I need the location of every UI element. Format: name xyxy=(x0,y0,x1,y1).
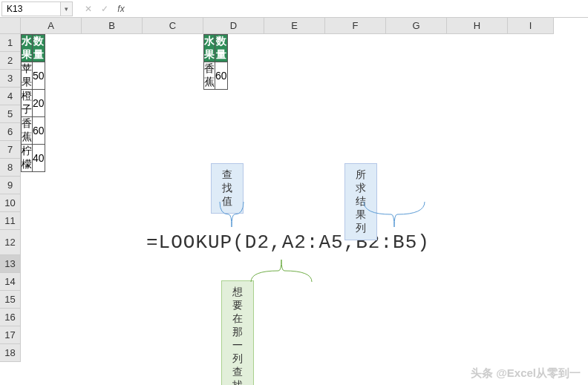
column-header-B[interactable]: B xyxy=(82,18,143,34)
table2-cell[interactable]: 60 xyxy=(215,62,228,90)
table1-cell[interactable]: 柠檬 xyxy=(22,145,33,172)
row-header-6[interactable]: 6 xyxy=(0,123,21,141)
fx-icon[interactable]: fx xyxy=(113,1,129,16)
row-header-9[interactable]: 9 xyxy=(0,177,21,194)
brace-result-col xyxy=(361,199,428,230)
fruit-table-lookup: 水果数量香蕉60 xyxy=(203,34,228,90)
callout-search-col: 想要在那一列查找 xyxy=(221,280,254,385)
row-header-4[interactable]: 4 xyxy=(0,88,21,105)
row-header-11[interactable]: 11 xyxy=(0,212,21,230)
table1-cell[interactable]: 苹果 xyxy=(22,62,33,90)
column-headers: ABCDEFGHI xyxy=(21,18,554,34)
row-header-13[interactable]: 13 xyxy=(0,255,21,273)
table1-cell[interactable]: 60 xyxy=(33,117,45,145)
column-header-F[interactable]: F xyxy=(325,18,386,34)
column-header-D[interactable]: D xyxy=(203,18,264,34)
formula-display-text: =LOOKUP(D2,A2:A5,B2:B5) xyxy=(146,231,430,254)
table1-header: 水果 xyxy=(22,35,33,62)
column-header-H[interactable]: H xyxy=(447,18,508,34)
row-header-17[interactable]: 17 xyxy=(0,326,21,344)
table2-header: 水果 xyxy=(204,35,215,62)
table1-cell[interactable]: 20 xyxy=(33,90,45,117)
watermark: 头条 @Excel从零到一 xyxy=(471,366,581,381)
table1-cell[interactable]: 香蕉 xyxy=(22,117,33,145)
fruit-table-main: 水果数量苹果50橙子20香蕉60柠檬40 xyxy=(21,34,45,172)
confirm-icon[interactable]: ✓ xyxy=(97,1,113,16)
row-header-12[interactable]: 12 xyxy=(0,230,21,255)
table2-header: 数量 xyxy=(215,35,228,62)
name-box[interactable] xyxy=(1,1,61,16)
table1-cell[interactable]: 50 xyxy=(33,62,45,90)
column-header-G[interactable]: G xyxy=(386,18,447,34)
table1-cell[interactable]: 40 xyxy=(33,145,45,172)
select-all-corner[interactable] xyxy=(0,18,21,34)
row-header-1[interactable]: 1 xyxy=(0,34,21,52)
row-header-2[interactable]: 2 xyxy=(0,52,21,70)
spreadsheet-grid: ABCDEFGHI 123456789101112131415161718 水果… xyxy=(0,18,588,34)
column-header-I[interactable]: I xyxy=(508,18,554,34)
name-box-dropdown[interactable]: ▾ xyxy=(61,1,73,16)
table2-cell[interactable]: 香蕉 xyxy=(204,62,215,90)
chevron-down-icon: ▾ xyxy=(65,5,68,13)
row-header-3[interactable]: 3 xyxy=(0,70,21,88)
column-header-A[interactable]: A xyxy=(21,18,82,34)
column-header-C[interactable]: C xyxy=(143,18,203,34)
table1-cell[interactable]: 橙子 xyxy=(22,90,33,117)
row-header-7[interactable]: 7 xyxy=(0,141,21,159)
row-header-8[interactable]: 8 xyxy=(0,159,21,177)
cancel-icon[interactable]: ✕ xyxy=(80,1,97,16)
row-header-10[interactable]: 10 xyxy=(0,194,21,212)
row-headers: 123456789101112131415161718 xyxy=(0,34,21,362)
brace-lookup-value xyxy=(217,199,246,230)
row-header-16[interactable]: 16 xyxy=(0,309,21,326)
table1-header: 数量 xyxy=(33,35,45,62)
row-header-14[interactable]: 14 xyxy=(0,273,21,291)
column-header-E[interactable]: E xyxy=(264,18,325,34)
formula-bar-row: ▾ ✕ ✓ fx xyxy=(0,0,588,18)
row-header-15[interactable]: 15 xyxy=(0,291,21,309)
brace-search-col xyxy=(248,257,315,285)
formula-input[interactable] xyxy=(129,1,588,16)
row-header-5[interactable]: 5 xyxy=(0,105,21,123)
row-header-18[interactable]: 18 xyxy=(0,344,21,362)
